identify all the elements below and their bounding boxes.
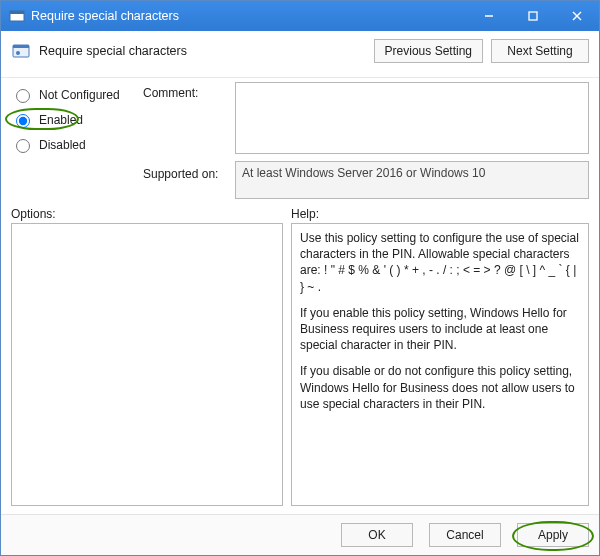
radio-not-configured[interactable]: Not Configured xyxy=(11,86,141,103)
policy-icon xyxy=(11,41,31,61)
ok-button[interactable]: OK xyxy=(341,523,413,547)
toolbar: Require special characters Previous Sett… xyxy=(1,31,599,78)
policy-dialog: Require special characters Require speci… xyxy=(0,0,600,556)
window-title: Require special characters xyxy=(31,9,467,23)
help-panel[interactable]: Use this policy setting to configure the… xyxy=(291,223,589,506)
radio-enabled[interactable]: Enabled xyxy=(11,111,141,128)
svg-rect-7 xyxy=(13,45,29,48)
apply-button[interactable]: Apply xyxy=(517,523,589,547)
dialog-footer: OK Cancel Apply xyxy=(1,514,599,555)
supported-on-value: At least Windows Server 2016 or Windows … xyxy=(235,161,589,199)
radio-enabled-input[interactable] xyxy=(16,114,30,128)
radio-enabled-label: Enabled xyxy=(39,113,83,127)
previous-setting-button[interactable]: Previous Setting xyxy=(374,39,483,63)
options-header: Options: xyxy=(11,207,291,221)
minimize-button[interactable] xyxy=(467,1,511,31)
help-paragraph: If you enable this policy setting, Windo… xyxy=(300,305,580,354)
radio-not-configured-label: Not Configured xyxy=(39,88,120,102)
app-icon xyxy=(9,8,25,24)
comment-input[interactable] xyxy=(235,82,589,154)
radio-not-configured-input[interactable] xyxy=(16,89,30,103)
svg-rect-3 xyxy=(529,12,537,20)
supported-on-label: Supported on: xyxy=(143,161,233,199)
comment-label: Comment: xyxy=(143,82,233,100)
content-columns: Use this policy setting to configure the… xyxy=(1,223,599,514)
help-paragraph: If you disable or do not configure this … xyxy=(300,363,580,412)
svg-rect-1 xyxy=(10,11,24,14)
svg-point-8 xyxy=(16,51,20,55)
column-headers: Options: Help: xyxy=(1,205,599,223)
help-paragraph: Use this policy setting to configure the… xyxy=(300,230,580,295)
help-header: Help: xyxy=(291,207,589,221)
radio-disabled-input[interactable] xyxy=(16,139,30,153)
maximize-button[interactable] xyxy=(511,1,555,31)
state-radio-group: Not Configured Enabled Disabled xyxy=(11,82,141,157)
policy-title-label: Require special characters xyxy=(39,44,366,58)
titlebar: Require special characters xyxy=(1,1,599,31)
next-setting-button[interactable]: Next Setting xyxy=(491,39,589,63)
cancel-button[interactable]: Cancel xyxy=(429,523,501,547)
options-panel[interactable] xyxy=(11,223,283,506)
radio-disabled-label: Disabled xyxy=(39,138,86,152)
radio-disabled[interactable]: Disabled xyxy=(11,136,141,153)
close-button[interactable] xyxy=(555,1,599,31)
settings-form: Not Configured Enabled Disabled Comment:… xyxy=(1,78,599,205)
